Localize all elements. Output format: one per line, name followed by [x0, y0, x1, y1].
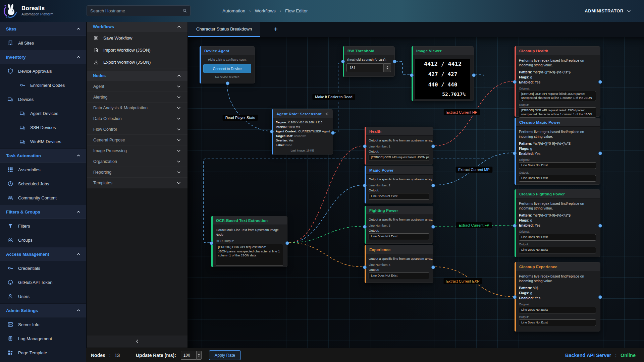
input-handle[interactable]: [341, 60, 345, 63]
output-textarea[interactable]: Line Does Not Exist: [369, 273, 429, 279]
original-textarea[interactable]: Line Does Not Exist: [519, 162, 596, 169]
sidebar-item-assemblies[interactable]: .f{fill:currentColor;stroke:none} Assemb…: [0, 163, 86, 177]
sidebar-item-community-content[interactable]: .f{fill:currentColor;stroke:none} Commun…: [0, 191, 86, 205]
input-handle[interactable]: [270, 130, 274, 133]
category-alerting[interactable]: Alerting .f{fill:currentColor;stroke:non…: [87, 92, 187, 103]
edge-label-extract-mp[interactable]: Extract Current MP: [455, 167, 492, 173]
threshold-input[interactable]: [346, 63, 384, 72]
output-textarea[interactable]: [ERROR] OCR API request failed: JSON.par…: [519, 107, 596, 118]
input-handle[interactable]: [513, 80, 517, 84]
input-handle[interactable]: [363, 184, 367, 187]
input-handle[interactable]: [363, 144, 367, 148]
nodes-header[interactable]: Nodes .f{fill:currentColor;stroke:none}: [87, 71, 187, 81]
hostname-search[interactable]: .f{fill:currentColor;stroke:none}: [87, 5, 191, 16]
node-magic-power[interactable]: Magic Power Output a specific line from …: [365, 166, 433, 203]
section-admin-settings[interactable]: Admin Settings .f{fill:currentColor;stro…: [0, 303, 86, 317]
edge-label-extract-fp[interactable]: Extract Current FP: [456, 222, 492, 228]
output-handle[interactable]: [598, 295, 602, 299]
output-handle[interactable]: [431, 184, 435, 187]
section-inventory[interactable]: Inventory .f{fill:currentColor;stroke:no…: [0, 50, 86, 64]
rate-stepper[interactable]: [196, 351, 202, 360]
output-handle[interactable]: [598, 152, 602, 155]
output-textarea[interactable]: Line Does Not Exist: [369, 193, 429, 200]
edge-label-read-player-stats[interactable]: Read Player Stats: [223, 115, 258, 121]
sidebar-item-users[interactable]: .f{fill:currentColor;stroke:none} Users: [0, 289, 86, 303]
sidebar-item-server-info[interactable]: .f{fill:currentColor;stroke:none} Server…: [0, 317, 86, 331]
search-input[interactable]: [87, 8, 182, 13]
node-cleanup-fighting-power[interactable]: Cleanup Fighting Power Performs live reg…: [515, 189, 600, 257]
sidebar-item-ssh-devices[interactable]: .f{fill:currentColor;stroke:none} SSH De…: [0, 120, 86, 134]
node-cleanup-experience[interactable]: Cleanup Experience Performs live regex-b…: [515, 262, 600, 331]
node-experience[interactable]: Experience Output a specific line from a…: [365, 245, 433, 283]
sidebar-item-page-template[interactable]: .f{fill:currentColor;stroke:none} Page T…: [0, 346, 86, 360]
output-handle[interactable]: [226, 81, 229, 85]
edge-label-make-it-easier[interactable]: Make it Easier to Read: [312, 94, 355, 100]
output-handle[interactable]: [472, 73, 476, 77]
category-agent[interactable]: Agent .f{fill:currentColor;stroke:none}: [87, 81, 187, 92]
sidebar-item-winrm-devices[interactable]: .f{fill:currentColor;stroke:none} WinRM …: [0, 134, 86, 148]
category-image-processing[interactable]: Image Processing .f{fill:currentColor;st…: [87, 145, 187, 156]
update-rate-input[interactable]: [181, 351, 196, 360]
breadcrumb-workflows[interactable]: Workflows: [255, 8, 276, 13]
edge-label-extract-hp[interactable]: Extract Current HP: [444, 109, 480, 115]
breadcrumb-automation[interactable]: Automation: [222, 8, 245, 13]
search-icon[interactable]: .f{fill:currentColor;stroke:none}: [182, 8, 187, 13]
section-access-management[interactable]: Access Management .f{fill:currentColor;s…: [0, 247, 86, 261]
category-general-purpose[interactable]: General Purpose .f{fill:currentColor;str…: [87, 135, 187, 145]
category-data-collection[interactable]: Data Collection .f{fill:currentColor;str…: [87, 113, 187, 124]
import-workflow-button[interactable]: .f{fill:currentColor;stroke:none} Import…: [87, 44, 187, 56]
output-handle[interactable]: [431, 265, 435, 269]
output-handle[interactable]: [431, 144, 435, 148]
sidebar-item-credentials[interactable]: .f{fill:currentColor;stroke:none} Creden…: [0, 261, 86, 275]
node-cleanup-health[interactable]: Cleanup Health Performs live regex-based…: [515, 46, 600, 117]
apply-rate-button[interactable]: Apply Rate: [209, 350, 241, 360]
share-icon[interactable]: .f{fill:currentColor;stroke:none}: [325, 112, 329, 116]
category-data-analysis[interactable]: Data Analysis & Manipulation .f{fill:cur…: [87, 103, 187, 113]
workflows-header[interactable]: Workflows .f{fill:currentColor;stroke:no…: [87, 22, 187, 32]
connect-to-device-button[interactable]: Connect to Device: [203, 64, 251, 73]
input-handle[interactable]: [363, 225, 367, 229]
add-tab-button[interactable]: +: [268, 22, 283, 37]
output-handle[interactable]: [598, 80, 602, 84]
output-handle[interactable]: [393, 60, 396, 63]
section-filters-groups[interactable]: Filters & Groups .f{fill:currentColor;st…: [0, 205, 86, 219]
output-handle[interactable]: [431, 225, 435, 229]
output-textarea[interactable]: Line Does Not Exist: [369, 233, 429, 240]
user-menu-label[interactable]: ADMINISTRATOR: [585, 8, 624, 13]
user-menu[interactable]: ADMINISTRATOR .f{fill:currentColor;strok…: [585, 0, 631, 22]
output-textarea[interactable]: Line Does Not Exist: [519, 175, 596, 182]
output-textarea[interactable]: [ERROR] OCR API request failed: JSON.par…: [369, 154, 429, 161]
input-handle[interactable]: [513, 295, 517, 299]
node-cleanup-magic-power[interactable]: Cleanup Magic Power Performs live regex-…: [515, 118, 600, 185]
input-handle[interactable]: [410, 73, 414, 77]
export-workflow-button[interactable]: .f{fill:currentColor;stroke:none} Export…: [87, 56, 187, 68]
sidebar-item-log-management[interactable]: .f{fill:currentColor;stroke:none} Log Ma…: [0, 331, 86, 346]
ocr-output-textarea[interactable]: [ERROR] OCR API request failed: JSON.par…: [216, 244, 283, 266]
original-textarea[interactable]: [ERROR] OCR API request failed: JSON.par…: [519, 91, 596, 101]
input-handle[interactable]: [363, 265, 367, 269]
node-health[interactable]: Health Output a specific line from an up…: [365, 127, 433, 165]
input-handle[interactable]: [210, 241, 213, 245]
node-agent-role-screenshot[interactable]: Agent Role: Screenshot .f{fill:currentCo…: [272, 109, 333, 155]
category-templates[interactable]: Templates .f{fill:currentColor;stroke:no…: [87, 178, 187, 188]
collapse-panel-button[interactable]: .f{fill:currentColor;stroke:none}: [87, 336, 187, 347]
category-organization[interactable]: Organization .f{fill:currentColor;stroke…: [87, 156, 187, 167]
sidebar-item-agent-devices[interactable]: .f{fill:currentColor;stroke:none} Agent …: [0, 106, 86, 120]
node-image-viewer[interactable]: Image Viewer 4412 / 4412 427 / 427 440 /…: [412, 46, 474, 101]
input-handle[interactable]: [513, 224, 517, 228]
node-device-agent[interactable]: Device Agent Right-Click to Configure Ag…: [200, 46, 255, 83]
node-bw-threshold[interactable]: BW Threshold Threshold Strength (0–255):: [343, 46, 395, 77]
category-reporting[interactable]: Reporting .f{fill:currentColor;stroke:no…: [87, 167, 187, 178]
sidebar-item-filters[interactable]: .f{fill:currentColor;stroke:none} Filter…: [0, 219, 86, 233]
save-workflow-button[interactable]: .f{fill:currentColor;stroke:none} Save W…: [87, 32, 187, 44]
sidebar-item-groups[interactable]: .f{fill:currentColor;stroke:none} Groups: [0, 233, 86, 247]
output-textarea[interactable]: Line Does Not Exist: [519, 319, 596, 326]
output-handle[interactable]: [285, 241, 289, 245]
number-stepper[interactable]: [384, 63, 391, 72]
output-handle[interactable]: [331, 131, 335, 135]
sidebar-item-scheduled-jobs[interactable]: .f{fill:currentColor;stroke:none} Schedu…: [0, 177, 86, 191]
node-ocr-text-extraction[interactable]: OCR-Based Text Extraction Extract Multi-…: [211, 216, 287, 267]
sidebar-item-github-api-token[interactable]: .f{fill:currentColor;stroke:none} GitHub…: [0, 275, 86, 289]
node-fighting-power[interactable]: Fighting Power Output a specific line fr…: [365, 206, 433, 244]
section-task-automation[interactable]: Task Automation .f{fill:currentColor;str…: [0, 148, 86, 163]
